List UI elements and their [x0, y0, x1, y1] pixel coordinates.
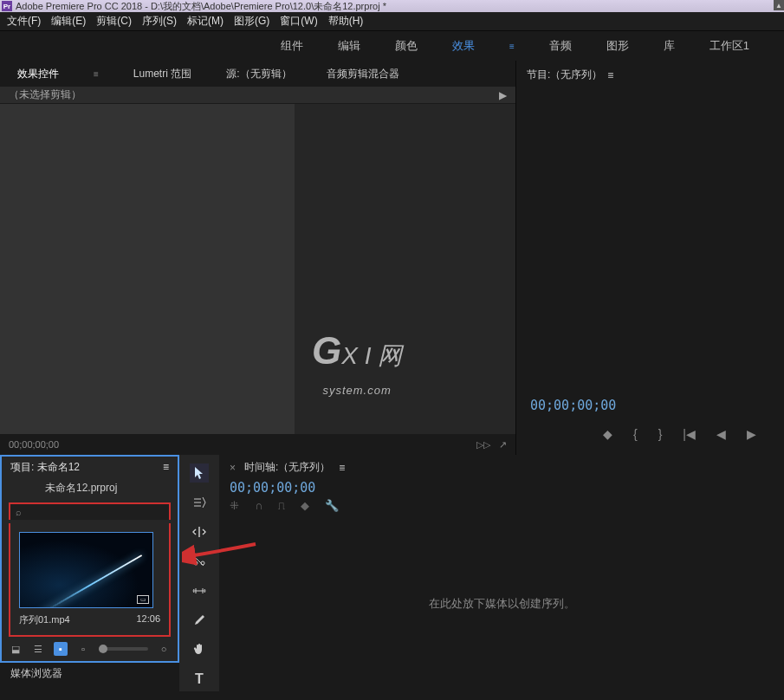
workspace-audio[interactable]: 音频 [549, 38, 572, 54]
effect-controls-right [295, 104, 515, 434]
marker-diamond-icon[interactable]: ◆ [301, 499, 309, 512]
mark-out-icon[interactable]: } [658, 427, 663, 441]
tab-source[interactable]: 源:（无剪辑） [226, 67, 291, 81]
mark-in-icon[interactable]: { [633, 427, 638, 441]
effect-controls-menu-icon[interactable]: ≡ [94, 69, 99, 79]
timeline-drop-hint[interactable]: 在此处放下媒体以创建序列。 [230, 521, 774, 686]
timeline-close-icon[interactable]: × [230, 462, 236, 474]
source-timecode: 00;00;00;00 [9, 439, 59, 450]
zoom-out-icon[interactable]: ○ [157, 642, 171, 656]
workspace-color[interactable]: 颜色 [395, 38, 418, 54]
program-timecode: 00;00;00;00 [527, 391, 774, 420]
pen-tool-icon[interactable] [190, 611, 209, 630]
zoom-slider[interactable] [99, 647, 148, 651]
search-icon: ⌕ [16, 507, 22, 517]
effect-controls-panel: （未选择剪辑） ▶ ▲ [0, 87, 515, 434]
list-view-icon[interactable]: ☰ [31, 642, 45, 656]
clip-thumbnail[interactable]: ▭ [19, 532, 153, 608]
snap-icon[interactable]: ⁜ [230, 499, 239, 512]
project-title: 项目: 未命名12 [10, 460, 80, 475]
tab-media-browser[interactable]: 媒体浏览器 [0, 663, 179, 680]
ripple-edit-tool-icon[interactable] [190, 522, 209, 541]
no-clip-label: （未选择剪辑） [9, 88, 81, 102]
menu-window[interactable]: 窗口(W) [280, 14, 317, 29]
workspace-editing[interactable]: 编辑 [338, 38, 360, 54]
menu-mark[interactable]: 标记(M) [187, 14, 224, 29]
clip-duration: 12:06 [136, 613, 160, 626]
zoom-handle[interactable] [99, 645, 107, 653]
hand-tool-icon[interactable] [190, 640, 209, 659]
program-monitor [527, 86, 774, 391]
settings-wrench-icon[interactable]: 🔧 [325, 499, 339, 512]
step-back-icon[interactable]: ◀ [716, 427, 726, 441]
loop-icon[interactable]: ▷▷ [476, 439, 490, 450]
write-lock-icon[interactable]: ⬓ [9, 642, 23, 656]
clip-name: 序列01.mp4 [19, 613, 70, 626]
menu-help[interactable]: 帮助(H) [328, 14, 364, 29]
timeline-timecode: 00;00;00;00 [230, 480, 774, 496]
project-filename: 未命名12.prproj [45, 481, 117, 496]
project-search[interactable]: ⌕ [9, 502, 171, 520]
slip-tool-icon[interactable] [190, 581, 209, 600]
menu-clip[interactable]: 剪辑(C) [96, 14, 132, 29]
window-title: Adobe Premiere Pro CC 2018 - D:\我的文档\Ado… [16, 0, 386, 13]
title-bar: Pr Adobe Premiere Pro CC 2018 - D:\我的文档\… [0, 0, 784, 12]
track-select-tool-icon[interactable] [190, 493, 209, 512]
tab-lumetri[interactable]: Lumetri 范围 [133, 67, 191, 81]
timeline-title: 时间轴:（无序列） [244, 460, 330, 475]
menu-sequence[interactable]: 序列(S) [142, 14, 177, 29]
play-icon[interactable]: ▶ [747, 427, 756, 441]
tab-audio-mixer[interactable]: 音频剪辑混合器 [327, 67, 399, 81]
scroll-up-icon[interactable]: ▲ [774, 0, 784, 10]
workspace-workspace1[interactable]: 工作区1 [709, 38, 749, 54]
add-marker-icon[interactable]: ⎍ [278, 499, 285, 512]
menu-graphic[interactable]: 图形(G) [234, 14, 269, 29]
workspace-effects-menu-icon[interactable]: ≡ [509, 42, 515, 51]
workspace-library[interactable]: 库 [664, 38, 675, 54]
export-frame-icon[interactable]: ↗ [499, 439, 507, 450]
app-icon: Pr [2, 1, 12, 11]
menu-bar: 文件(F) 编辑(E) 剪辑(C) 序列(S) 标记(M) 图形(G) 窗口(W… [0, 12, 784, 31]
go-to-in-icon[interactable]: |◀ [683, 427, 696, 441]
razor-tool-icon[interactable] [190, 552, 209, 571]
workspace-assembly[interactable]: 组件 [281, 38, 303, 54]
selection-tool-icon[interactable] [190, 463, 209, 483]
project-menu-icon[interactable]: ≡ [163, 461, 169, 473]
timeline-menu-icon[interactable]: ≡ [339, 462, 345, 474]
icon-view-icon[interactable]: ▪ [54, 642, 68, 656]
workspace-tabs: 组件 编辑 颜色 效果 ≡ 音频 图形 库 工作区1 [0, 31, 784, 61]
freeform-view-icon[interactable]: ▫ [76, 642, 90, 656]
menu-edit[interactable]: 编辑(E) [51, 14, 86, 29]
workspace-effects[interactable]: 效果 [452, 38, 475, 54]
tab-effect-controls[interactable]: 效果控件 [17, 67, 59, 81]
marker-icon[interactable]: ◆ [603, 427, 612, 441]
linked-selection-icon[interactable]: ∩ [255, 499, 262, 512]
expand-icon[interactable]: ▶ [499, 89, 507, 101]
source-panel-tabs: 效果控件 ≡ Lumetri 范围 源:（无剪辑） 音频剪辑混合器 [0, 61, 515, 87]
workspace-graphics[interactable]: 图形 [606, 38, 629, 54]
clip-type-icon: ▭ [137, 595, 149, 604]
project-panel: 项目: 未命名12 ≡ 未命名12.prproj ⌕ ▭ 序列01.mp4 12… [0, 455, 179, 663]
program-menu-icon[interactable]: ≡ [607, 69, 613, 81]
program-title: 节目:（无序列） [527, 68, 602, 82]
effect-controls-left: ▲ [0, 104, 295, 434]
menu-file[interactable]: 文件(F) [7, 14, 41, 29]
tools-panel: T [179, 455, 219, 691]
type-tool-icon[interactable]: T [190, 670, 209, 689]
timeline-panel: × 时间轴:（无序列） ≡ 00;00;00;00 ⁜ ∩ ⎍ ◆ 🔧 在此处放… [219, 455, 784, 691]
